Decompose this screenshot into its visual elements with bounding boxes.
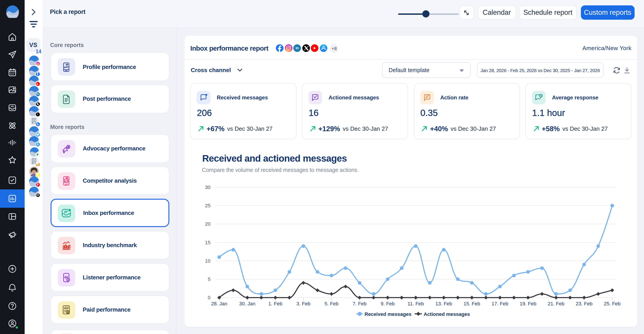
svg-text:30. Jan: 30. Jan bbox=[239, 301, 255, 306]
svg-text:13. Feb: 13. Feb bbox=[435, 301, 452, 306]
svg-text:9. Feb: 9. Feb bbox=[381, 301, 394, 306]
svg-text:28. Jan: 28. Jan bbox=[211, 301, 227, 306]
svg-text:0: 0 bbox=[208, 295, 210, 300]
svg-text:10: 10 bbox=[205, 258, 210, 264]
svg-text:Received messages: Received messages bbox=[364, 312, 411, 317]
svg-text:5: 5 bbox=[208, 276, 210, 282]
svg-text:15. Feb: 15. Feb bbox=[464, 301, 480, 306]
svg-text:5. Feb: 5. Feb bbox=[324, 301, 338, 306]
svg-text:23. Feb: 23. Feb bbox=[576, 301, 592, 306]
svg-text:1. Feb: 1. Feb bbox=[268, 301, 282, 306]
svg-text:3. Feb: 3. Feb bbox=[296, 301, 310, 306]
svg-text:21. Feb: 21. Feb bbox=[548, 301, 564, 306]
svg-text:25: 25 bbox=[205, 203, 210, 208]
svg-text:Actioned messages: Actioned messages bbox=[424, 312, 470, 317]
svg-text:30: 30 bbox=[205, 184, 210, 190]
svg-text:15: 15 bbox=[205, 240, 210, 245]
svg-text:25. Feb: 25. Feb bbox=[604, 301, 621, 306]
svg-text:11. Feb: 11. Feb bbox=[408, 301, 424, 306]
svg-text:19. Feb: 19. Feb bbox=[520, 301, 536, 306]
svg-text:20: 20 bbox=[205, 221, 210, 227]
svg-text:17. Feb: 17. Feb bbox=[492, 301, 508, 306]
svg-text:7. Feb: 7. Feb bbox=[353, 301, 366, 306]
